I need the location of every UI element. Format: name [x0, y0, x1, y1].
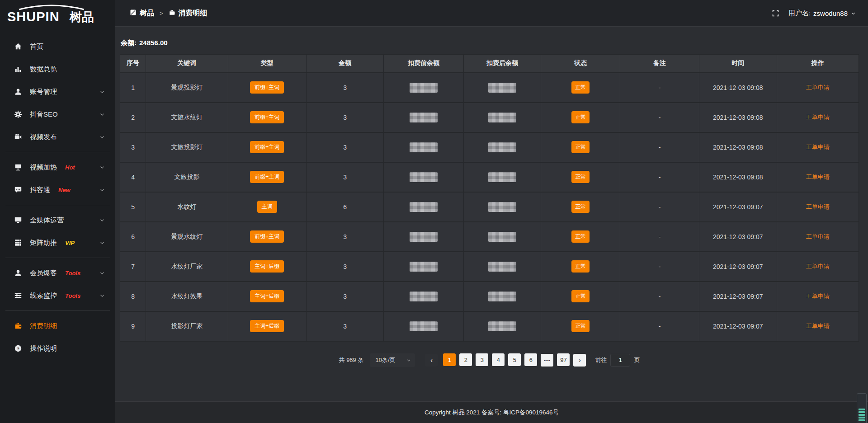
- sidebar-item-data[interactable]: 数据总览: [0, 58, 115, 80]
- ticket-request-link[interactable]: 工单申请: [806, 84, 830, 91]
- page-button-4[interactable]: 4: [492, 353, 505, 366]
- cell-keyword: 景观水纹灯: [146, 222, 228, 252]
- sidebar-item-douketong[interactable]: 抖客通New: [0, 179, 115, 201]
- goto-label: 前往: [595, 356, 607, 364]
- cell-status: 正常: [541, 311, 620, 341]
- cell-amount: 3: [306, 162, 384, 192]
- chevron-down-icon: [99, 270, 105, 276]
- cell-balance-after: [463, 103, 541, 132]
- sidebar-item-heat[interactable]: 视频加热Hot: [0, 156, 115, 179]
- cell-note: -: [620, 103, 699, 132]
- table-row: 1景观投影灯前缀+主词3正常-2021-12-03 09:08工单申请: [120, 73, 859, 103]
- cell-status: 正常: [541, 132, 620, 162]
- cell-time: 2021-12-03 09:08: [699, 132, 777, 162]
- ticket-request-link[interactable]: 工单申请: [806, 144, 830, 150]
- page-button-1[interactable]: 1: [443, 353, 456, 366]
- cell-balance-after: [463, 311, 541, 341]
- cell-index: 2: [120, 103, 146, 132]
- page-button-2[interactable]: 2: [459, 353, 472, 366]
- cell-type: 前缀+主词: [228, 222, 306, 252]
- cell-amount: 3: [306, 282, 384, 311]
- cell-balance-before: [384, 103, 463, 132]
- redacted-value: [410, 291, 438, 301]
- cell-keyword: 文旅投影灯: [146, 132, 228, 162]
- ticket-request-link[interactable]: 工单申请: [806, 203, 830, 210]
- sidebar-item-account[interactable]: 账号管理: [0, 80, 115, 103]
- cell-type: 主词: [228, 192, 306, 222]
- sidebar: SHUPIN 树品 首页数据总览账号管理抖音SEO视频发布视频加热Hot抖客通N…: [0, 0, 115, 423]
- type-badge: 主词+后缀: [250, 320, 284, 332]
- cell-action: 工单申请: [777, 282, 859, 311]
- table-row: 6景观水纹灯前缀+主词3正常-2021-12-03 09:07工单申请: [120, 222, 859, 252]
- logo-text: SHUPIN: [7, 9, 60, 24]
- ticket-request-link[interactable]: 工单申请: [806, 174, 830, 180]
- member-icon: [14, 268, 23, 277]
- consumption-table: 序号关键词类型金额扣费前余额扣费后余额状态备注时间操作 1景观投影灯前缀+主词3…: [120, 54, 859, 342]
- page-ellipsis-button[interactable]: •••: [541, 354, 553, 367]
- breadcrumb-current[interactable]: 消费明细: [169, 9, 208, 18]
- cell-action: 工单申请: [777, 311, 859, 341]
- balance-label: 余额:: [121, 39, 137, 47]
- sidebar-item-matrix[interactable]: 矩阵助推VIP: [0, 231, 115, 254]
- sidebar-item-publish[interactable]: 视频发布: [0, 126, 115, 148]
- status-badge: 正常: [571, 320, 590, 332]
- video-icon: [14, 132, 23, 141]
- monitor-icon: [14, 216, 23, 225]
- user-menu[interactable]: 用户名: zswodun88: [788, 9, 856, 18]
- topbar: 树品 > 消费明细 用户名: zswodun88: [115, 0, 868, 27]
- cell-time: 2021-12-03 09:08: [699, 103, 777, 132]
- table-row: 8水纹灯效果主词+后缀3正常-2021-12-03 09:07工单申请: [120, 282, 859, 311]
- cell-amount: 3: [306, 132, 384, 162]
- bar-chart-icon: [14, 65, 23, 74]
- sidebar-item-label: 矩阵助推: [30, 239, 57, 247]
- app-logo[interactable]: SHUPIN 树品: [0, 0, 115, 29]
- cell-status: 正常: [541, 222, 620, 252]
- cell-balance-before: [384, 192, 463, 222]
- sidebar-item-clue[interactable]: 线索监控Tools: [0, 284, 115, 307]
- sidebar-item-label: 操作说明: [30, 344, 57, 353]
- sidebar-divider: [5, 152, 110, 152]
- ticket-request-link[interactable]: 工单申请: [806, 114, 830, 121]
- sidebar-item-label: 账号管理: [30, 88, 57, 96]
- page-size-select[interactable]: 10条/页: [370, 353, 415, 367]
- sidebar-item-consume[interactable]: 消费明细: [0, 315, 115, 337]
- sidebar-item-help[interactable]: ?操作说明: [0, 337, 115, 360]
- goto-page-input[interactable]: [610, 354, 630, 367]
- sidebar-item-home[interactable]: 首页: [0, 35, 115, 58]
- cell-note: -: [620, 132, 699, 162]
- ticket-request-link[interactable]: 工单申请: [806, 233, 830, 240]
- sidebar-item-badge: Tools: [65, 270, 80, 277]
- ticket-request-link[interactable]: 工单申请: [806, 263, 830, 270]
- cell-index: 3: [120, 132, 146, 162]
- cell-keyword: 文旅投影: [146, 162, 228, 192]
- sidebar-item-seo[interactable]: 抖音SEO: [0, 103, 115, 126]
- ticket-request-link[interactable]: 工单申请: [806, 323, 830, 329]
- prev-page-button[interactable]: ‹: [425, 354, 438, 367]
- floating-widget[interactable]: [857, 393, 867, 423]
- page-button-97[interactable]: 97: [557, 353, 570, 366]
- wallet-icon: [14, 321, 23, 330]
- sidebar-item-media[interactable]: 全媒体运营: [0, 209, 115, 231]
- table-row: 5水纹灯主词6正常-2021-12-03 09:07工单申请: [120, 192, 859, 222]
- chevron-down-icon: [99, 134, 105, 140]
- redacted-value: [488, 142, 516, 152]
- column-header: 扣费后余额: [463, 55, 541, 73]
- page-button-3[interactable]: 3: [476, 353, 488, 366]
- sidebar-item-label: 会员爆客: [30, 269, 57, 277]
- column-header: 时间: [699, 55, 777, 73]
- column-header: 操作: [777, 55, 859, 73]
- breadcrumb-root[interactable]: 树品: [130, 9, 154, 18]
- type-badge: 主词: [257, 201, 277, 212]
- cell-amount: 3: [306, 311, 384, 341]
- goto-suffix: 页: [634, 356, 640, 364]
- sidebar-item-member[interactable]: 会员爆客Tools: [0, 262, 115, 284]
- page-button-5[interactable]: 5: [508, 353, 521, 366]
- main-area: 树品 > 消费明细 用户名: zswodun88 余额:24856.00: [115, 0, 868, 423]
- cell-balance-after: [463, 252, 541, 282]
- table-row: 2文旅水纹灯前缀+主词3正常-2021-12-03 09:08工单申请: [120, 103, 859, 132]
- ticket-request-link[interactable]: 工单申请: [806, 293, 830, 300]
- page-button-6[interactable]: 6: [524, 353, 537, 366]
- fullscreen-icon[interactable]: [772, 9, 779, 17]
- next-page-button[interactable]: ›: [573, 354, 586, 367]
- sidebar-item-badge: Tools: [65, 292, 80, 299]
